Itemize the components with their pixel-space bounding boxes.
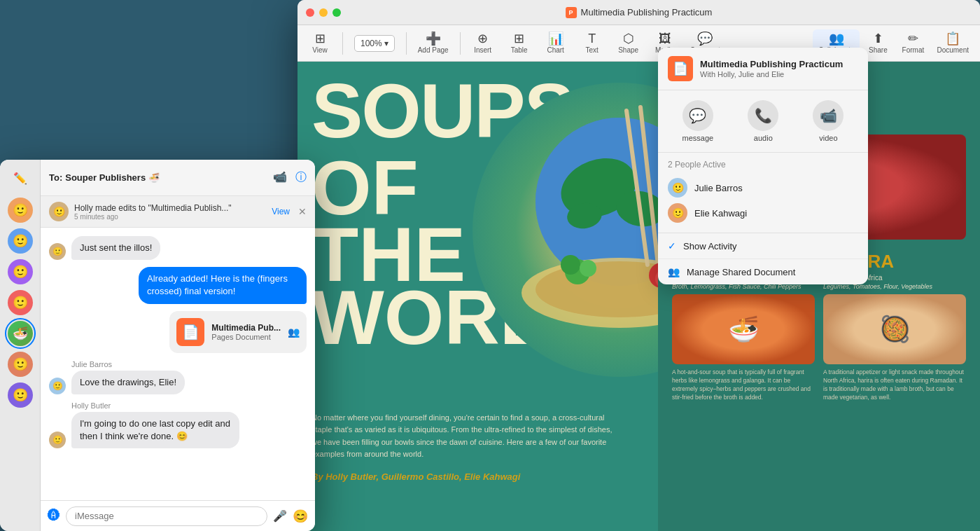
video-call-icon[interactable]: 📹 bbox=[273, 170, 287, 185]
checkmark-icon: ✓ bbox=[668, 240, 676, 251]
voice-input-icon[interactable]: 🎤 bbox=[273, 509, 287, 523]
view-button[interactable]: View bbox=[272, 207, 290, 216]
messages-layout: ✏️ 🙂 🙂 🙂 🙂 🍜 🙂 🙂 To: Souper Publishers 🍜 bbox=[0, 160, 315, 531]
chat-input-area: 🅐 🎤 😊 bbox=[41, 500, 315, 531]
video-action-icon: 📹 bbox=[813, 100, 844, 131]
collab-audio-btn[interactable]: 📞 audio bbox=[748, 100, 778, 142]
comment-icon: 💬 bbox=[697, 32, 713, 45]
shape-icon: ⬡ bbox=[623, 32, 634, 45]
window-title: P Multimedia Publishing Practicum bbox=[566, 7, 713, 18]
message-row-2: Already added! Here is the (fingers cros… bbox=[49, 267, 307, 303]
collab-doc-info: Multimedia Publishing Practicum With Hol… bbox=[700, 59, 843, 78]
chat-header-icons: 📹 ⓘ bbox=[273, 170, 307, 185]
sidebar-avatar-7[interactable]: 🙂 bbox=[8, 382, 33, 408]
maximize-button[interactable] bbox=[332, 8, 341, 17]
message-action-icon: 💬 bbox=[682, 100, 713, 131]
toolbar-format[interactable]: ✏ Format bbox=[896, 29, 930, 57]
toolbar-add-page[interactable]: ➕ Add Page bbox=[412, 29, 454, 57]
chat-messages-list: 🙂 Just sent the illos! Already added! He… bbox=[41, 228, 315, 500]
chevron-down-icon: ▾ bbox=[384, 39, 388, 48]
message-bubble-5: I'm going to do one last copy edit and t… bbox=[71, 412, 239, 448]
collab-actions: 💬 message 📞 audio 📹 video bbox=[658, 90, 868, 153]
toolbar-shape[interactable]: ⬡ Shape bbox=[612, 29, 645, 57]
sidebar-avatar-1[interactable]: 🙂 bbox=[8, 198, 33, 223]
soup-poster: SOUPS OF THE WORLD bbox=[298, 62, 980, 531]
elie-avatar: 🙂 bbox=[668, 203, 687, 223]
video-action-label: video bbox=[819, 134, 837, 142]
message-bubble-2: Already added! Here is the (fingers cros… bbox=[139, 267, 307, 303]
message-group-4: Julie Barros Love the drawings, Elie! bbox=[71, 360, 185, 394]
sidebar-avatar-4[interactable]: 🙂 bbox=[8, 290, 33, 315]
view-icon: ⊞ bbox=[315, 32, 326, 45]
emoji-picker-icon[interactable]: 😊 bbox=[293, 509, 308, 524]
collab-video-btn[interactable]: 📹 video bbox=[813, 100, 844, 142]
chat-header: To: Souper Publishers 🍜 📹 ⓘ bbox=[41, 160, 315, 196]
chat-title: To: Souper Publishers 🍜 bbox=[49, 172, 267, 183]
desktop: P Multimedia Publishing Practicum ⊞ View… bbox=[0, 0, 980, 531]
sidebar-avatar-3[interactable]: 🙂 bbox=[8, 259, 33, 284]
notification-banner: 🙂 Holly made edits to "Multimedia Publis… bbox=[41, 196, 315, 228]
julie-name: Julie Barros bbox=[694, 183, 743, 193]
notif-content: Holly made edits to "Multimedia Publish.… bbox=[74, 203, 266, 221]
table-icon: ⊞ bbox=[514, 32, 524, 45]
audio-action-label: audio bbox=[754, 134, 773, 142]
elie-name: Elie Kahwagi bbox=[694, 208, 747, 219]
minimize-button[interactable] bbox=[319, 8, 328, 17]
messages-window: ✏️ 🙂 🙂 🙂 🙂 🍜 🙂 🙂 To: Souper Publishers 🍜 bbox=[0, 160, 315, 531]
insert-icon: ⊕ bbox=[477, 32, 488, 45]
collab-doc-icon: 📄 bbox=[668, 56, 693, 81]
svg-point-11 bbox=[580, 260, 596, 277]
close-button[interactable] bbox=[306, 8, 314, 17]
doc-card-icon: 📄 bbox=[176, 318, 204, 346]
svg-point-10 bbox=[561, 255, 580, 275]
info-icon[interactable]: ⓘ bbox=[295, 170, 307, 185]
message-input[interactable] bbox=[66, 506, 267, 526]
tom-yum-image: 🍜 bbox=[672, 294, 815, 364]
poster-description: No matter where you find yourself dining… bbox=[312, 412, 620, 461]
message-action-label: message bbox=[682, 134, 714, 142]
message-row-3: 📄 Multimedia Pub... Pages Document 👥 bbox=[49, 311, 307, 353]
toolbar-view[interactable]: ⊞ View bbox=[303, 29, 337, 57]
sender-name-5: Holly Butler bbox=[71, 401, 239, 410]
toolbar-text[interactable]: T Text bbox=[575, 29, 609, 57]
toolbar-table[interactable]: ⊞ Table bbox=[503, 29, 536, 57]
collab-header: 📄 Multimedia Publishing Practicum With H… bbox=[658, 48, 868, 90]
sidebar-avatar-6[interactable]: 🙂 bbox=[8, 352, 33, 377]
manage-shared-doc-item[interactable]: 👥 Manage Shared Document bbox=[658, 258, 868, 284]
message-bubble-1: Just sent the illos! bbox=[71, 236, 160, 260]
toolbar-document[interactable]: 📋 Document bbox=[931, 29, 974, 57]
notif-text: Holly made edits to "Multimedia Publish.… bbox=[74, 203, 266, 213]
sidebar-avatar-souper[interactable]: 🍜 bbox=[8, 321, 33, 346]
toolbar-separator-2 bbox=[406, 32, 407, 55]
pages-window: P Multimedia Publishing Practicum ⊞ View… bbox=[298, 0, 980, 531]
notif-avatar: 🙂 bbox=[49, 202, 69, 221]
person-elie: 🙂 Elie Kahwagi bbox=[668, 200, 858, 226]
toolbar-zoom[interactable]: 100% ▾ bbox=[349, 32, 400, 55]
compose-button[interactable]: ✏️ bbox=[9, 167, 31, 189]
tom-yum-desc: A hot-and-sour soup that is typically fu… bbox=[672, 368, 815, 402]
zoom-selector[interactable]: 100% ▾ bbox=[354, 35, 395, 52]
toolbar-insert[interactable]: ⊕ Insert bbox=[466, 29, 500, 57]
pages-titlebar: P Multimedia Publishing Practicum bbox=[298, 0, 980, 25]
collaborate-popup: 📄 Multimedia Publishing Practicum With H… bbox=[658, 48, 868, 284]
sender-avatar-5: 🙂 bbox=[49, 432, 66, 448]
collab-message-btn[interactable]: 💬 message bbox=[682, 100, 714, 142]
close-notification-button[interactable]: ✕ bbox=[298, 206, 307, 217]
show-activity-item[interactable]: ✓ Show Activity bbox=[658, 233, 868, 258]
sidebar-avatar-2[interactable]: 🙂 bbox=[8, 228, 33, 254]
messages-chat: To: Souper Publishers 🍜 📹 ⓘ 🙂 Holly made… bbox=[41, 160, 315, 531]
show-activity-label: Show Activity bbox=[683, 241, 737, 251]
pages-canvas: SOUPS OF THE WORLD bbox=[298, 62, 980, 531]
collab-people-section: 2 People Active 🙂 Julie Barros 🙂 Elie Ka… bbox=[658, 153, 868, 233]
media-icon: 🖼 bbox=[659, 32, 671, 45]
message-row-5: 🙂 Holly Butler I'm going to do one last … bbox=[49, 401, 307, 448]
message-group-5: Holly Butler I'm going to do one last co… bbox=[71, 401, 239, 448]
collab-doc-title: Multimedia Publishing Practicum bbox=[700, 59, 843, 69]
appstore-icon[interactable]: 🅐 bbox=[48, 509, 60, 523]
toolbar-chart[interactable]: 📊 Chart bbox=[539, 29, 573, 57]
shared-doc-card[interactable]: 📄 Multimedia Pub... Pages Document 👥 bbox=[169, 311, 307, 353]
audio-action-icon: 📞 bbox=[748, 100, 778, 131]
manage-shared-label: Manage Shared Document bbox=[687, 267, 795, 277]
harira-desc: A traditional appetizer or light snack m… bbox=[823, 368, 966, 402]
poster-byline: By Holly Butler, Guillermo Castillo, Eli… bbox=[312, 471, 520, 482]
